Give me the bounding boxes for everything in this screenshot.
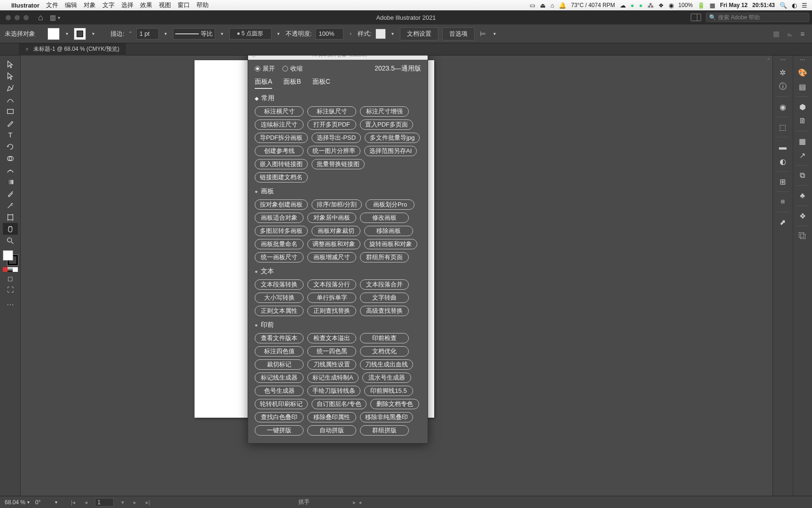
script-button[interactable]: 文本段落分行: [307, 279, 356, 290]
script-button[interactable]: 自订图层名/专色: [312, 399, 367, 409]
fill-stroke-indicator[interactable]: [3, 250, 18, 265]
stroke-dropdown-icon[interactable]: ▾: [90, 31, 96, 37]
script-button[interactable]: 批量替换链接图: [312, 159, 365, 169]
document-setup-button[interactable]: 文档设置: [400, 27, 438, 40]
isolate-icon[interactable]: ⎁: [785, 30, 794, 38]
menu-window[interactable]: 窗口: [178, 1, 190, 9]
script-button[interactable]: 选择范围另存AI: [364, 146, 417, 156]
plugin-titlebar[interactable]: AI 脚本插件合集（2023.5）: [248, 56, 428, 60]
battery-icon[interactable]: 🔋: [697, 2, 705, 9]
script-button[interactable]: 画板适合对象: [255, 213, 304, 223]
menubar-icon[interactable]: ●: [639, 2, 643, 9]
opacity-dropdown-icon[interactable]: ›: [347, 31, 354, 37]
tab-panel-b[interactable]: 面板B: [283, 78, 301, 89]
brush-dropdown-icon[interactable]: ▾: [275, 31, 282, 37]
script-button[interactable]: 标记生成特制A: [307, 373, 359, 383]
stroke-profile-dropdown-icon[interactable]: ▾: [219, 31, 226, 37]
script-button[interactable]: 创建参考线: [255, 146, 304, 156]
control-center-icon[interactable]: ☰: [802, 2, 807, 9]
control-menu-icon[interactable]: ≡: [798, 30, 807, 38]
script-button[interactable]: 标注尺寸增强: [360, 106, 409, 117]
transform-panel-icon[interactable]: ⬈: [775, 215, 790, 229]
script-button[interactable]: 群组拼版: [360, 425, 409, 436]
menu-effect[interactable]: 效果: [140, 1, 152, 9]
info-panel-icon[interactable]: ⓘ: [775, 79, 790, 94]
preferences-button[interactable]: 首选项: [442, 27, 475, 40]
menu-help[interactable]: 帮助: [196, 1, 209, 9]
script-button[interactable]: 多文件批量导jpg: [365, 133, 420, 143]
script-button[interactable]: 大小写转换: [255, 293, 304, 303]
tab-panel-a[interactable]: 面板A: [255, 78, 272, 89]
script-button[interactable]: 印前脚线15.5: [364, 386, 413, 396]
script-button[interactable]: 多图层转多画板: [255, 226, 308, 236]
edit-toolbar-icon[interactable]: ⋯: [7, 300, 14, 309]
menubar-icon[interactable]: ▦: [710, 2, 715, 9]
panel-grip-icon[interactable]: [798, 59, 807, 61]
paintbrush-tool[interactable]: [3, 117, 18, 129]
swatches-panel-icon[interactable]: 🎨: [795, 65, 810, 79]
script-button[interactable]: 检查文本溢出: [307, 333, 356, 343]
actions-panel-icon[interactable]: ⿻: [795, 229, 810, 243]
menubar-icon[interactable]: ⁂: [648, 2, 654, 9]
zoom-dropdown-icon[interactable]: ▾: [27, 500, 30, 505]
rotation-dropdown-icon[interactable]: ▾: [55, 500, 57, 505]
wifi-icon[interactable]: ◉: [669, 2, 674, 9]
script-button[interactable]: 印前检查: [360, 333, 409, 343]
gradient-fill-icon[interactable]: [8, 267, 13, 272]
asset-export-panel-icon[interactable]: ↗: [795, 148, 810, 162]
script-button[interactable]: 统一画板尺寸: [255, 252, 304, 262]
shape-builder-tool[interactable]: [3, 152, 18, 164]
menu-view[interactable]: 视图: [159, 1, 171, 9]
fill-dropdown-icon[interactable]: ▾: [63, 31, 70, 37]
script-button[interactable]: 旋转画板和对象: [364, 239, 417, 249]
color-panel-icon[interactable]: ▬: [775, 140, 790, 154]
graphic-style-swatch[interactable]: [375, 29, 386, 39]
script-button[interactable]: 统一四色黑: [307, 346, 356, 357]
script-button[interactable]: 文字转曲: [360, 293, 409, 303]
align-dropdown-icon[interactable]: ▾: [492, 31, 498, 37]
script-button[interactable]: 对象居中画板: [307, 213, 356, 223]
menubar-icon[interactable]: ⌂: [550, 2, 554, 9]
script-button[interactable]: 刀线生成出血线: [360, 359, 413, 370]
script-button[interactable]: 统一图片分辨率: [307, 146, 360, 156]
transform-icon[interactable]: ▦: [772, 30, 781, 38]
app-menu[interactable]: Illustrator: [11, 2, 39, 9]
fill-color-icon[interactable]: [3, 250, 13, 261]
script-button[interactable]: 查看文件版本: [255, 333, 304, 343]
artboards-panel-icon[interactable]: ⬚: [775, 120, 790, 134]
close-tab-icon[interactable]: ×: [25, 46, 29, 53]
style-dropdown-icon[interactable]: ▾: [390, 31, 396, 37]
script-button[interactable]: 流水号生成器: [362, 373, 411, 383]
script-button[interactable]: 链接图建文档名: [255, 172, 308, 183]
pen-tool[interactable]: [3, 82, 18, 94]
siri-icon[interactable]: ◐: [792, 2, 797, 9]
arrange-documents-button[interactable]: ▥▾: [50, 14, 60, 21]
brush-select[interactable]: 5 点圆形: [229, 28, 272, 40]
script-button[interactable]: 群组所有页面: [360, 252, 409, 262]
help-search-input[interactable]: 🔍 搜索 Adobe 帮助: [706, 13, 809, 22]
script-button[interactable]: 标注横尺寸: [255, 106, 304, 117]
zoom-tool[interactable]: [3, 235, 18, 246]
scroll-up-icon[interactable]: ⌃: [766, 57, 771, 64]
script-button[interactable]: 连续标注尺寸: [255, 119, 304, 130]
menu-select[interactable]: 选择: [121, 1, 133, 9]
panel-grip-icon[interactable]: [779, 59, 787, 61]
properties-panel-icon[interactable]: ✲: [775, 65, 790, 79]
artboard-dropdown-icon[interactable]: ▾: [119, 499, 126, 506]
menu-type[interactable]: 文字: [102, 1, 115, 9]
stroke-width-input[interactable]: [136, 28, 159, 40]
script-button[interactable]: 移除画板: [364, 226, 413, 236]
script-button[interactable]: 排序/加框/分割: [312, 199, 362, 210]
collapse-radio[interactable]: 收缩: [282, 64, 303, 73]
workspace-toggle-icon[interactable]: [691, 14, 701, 21]
script-button[interactable]: 自动拼版: [307, 425, 356, 436]
notification-icon[interactable]: 🔔: [559, 2, 566, 9]
zoom-select[interactable]: 68.04 % ▾: [5, 499, 30, 506]
direct-selection-tool[interactable]: [3, 70, 18, 82]
script-button[interactable]: 标注四色值: [255, 346, 304, 357]
links-panel-icon[interactable]: 🗎: [795, 114, 810, 128]
script-button[interactable]: 按对象创建画板: [255, 199, 308, 210]
script-button[interactable]: 标注纵尺寸: [307, 106, 356, 117]
script-button[interactable]: 查找白色叠印: [255, 412, 304, 422]
next-artboard-icon[interactable]: ▸: [132, 499, 138, 506]
